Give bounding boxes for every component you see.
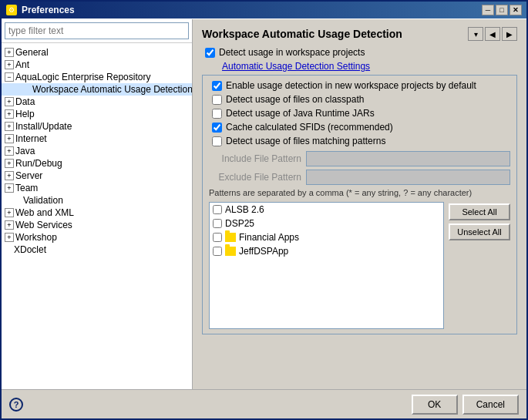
checkbox-enable-new: Enable usage detection in new workspace … — [209, 80, 510, 91]
sidebar-item-web-services[interactable]: + Web Services — [2, 219, 192, 231]
list-area: ALSB 2.6 DSP25 Financial Apps — [209, 202, 510, 329]
sidebar-item-team[interactable]: + Team — [2, 182, 192, 194]
title-bar: ⚙ Preferences ─ □ ✕ — [2, 2, 526, 18]
sidebar-item-help[interactable]: + Help — [2, 108, 192, 120]
checkbox-detect-patterns: Detect usage of files matching patterns — [209, 136, 510, 146]
help-button[interactable]: ? — [9, 398, 23, 412]
detection-settings-box: Enable usage detection in new workspace … — [202, 75, 517, 334]
expand-java[interactable]: + — [5, 146, 14, 156]
sidebar-item-web-xml[interactable]: + Web and XML — [2, 207, 192, 219]
exclude-pattern-input[interactable] — [306, 170, 510, 185]
expand-web-services[interactable]: + — [5, 220, 14, 230]
sidebar-item-aqualogic[interactable]: − AquaLogic Enterprise Repository — [2, 71, 192, 83]
detect-workspace-checkbox[interactable] — [205, 48, 215, 58]
filter-wrap — [2, 19, 192, 43]
include-pattern-row: Include File Pattern — [209, 151, 510, 166]
item-jeff-checkbox[interactable] — [213, 247, 222, 256]
detect-classpath-checkbox[interactable] — [212, 95, 222, 105]
folder-icon — [225, 233, 236, 242]
nav-forward-btn[interactable]: ▶ — [502, 27, 517, 41]
enable-new-checkbox[interactable] — [212, 81, 222, 91]
right-panel: Workspace Automatic Usage Detection ▾ ◀ … — [193, 19, 526, 389]
expand-run-debug[interactable]: + — [5, 159, 14, 168]
preferences-window: ⚙ Preferences ─ □ ✕ + General + — [0, 0, 528, 420]
item-alsb-checkbox[interactable] — [213, 205, 222, 214]
cancel-button[interactable]: Cancel — [462, 395, 519, 415]
detect-workspace-label: Detect usage in workspace projects — [219, 47, 365, 58]
sidebar-item-server[interactable]: + Server — [2, 170, 192, 182]
item-dsp25-label: DSP25 — [225, 218, 254, 229]
item-financial-checkbox[interactable] — [213, 233, 222, 242]
cache-sfids-label: Cache calculated SFIDs (recommended) — [226, 122, 393, 133]
unselect-all-button[interactable]: Unselect All — [449, 223, 510, 240]
main-content: + General + Ant − AquaLogic Enterprise R… — [2, 18, 526, 389]
expand-general[interactable]: + — [5, 48, 14, 57]
auto-detect-link[interactable]: Automatic Usage Detection Settings — [205, 61, 517, 72]
include-pattern-input[interactable] — [306, 151, 510, 166]
sidebar: + General + Ant − AquaLogic Enterprise R… — [2, 19, 193, 389]
checkbox-cache-sfids: Cache calculated SFIDs (recommended) — [209, 122, 510, 133]
item-financial-label: Financial Apps — [239, 232, 299, 243]
nav-back-btn[interactable]: ◀ — [485, 27, 500, 41]
folder-icon — [225, 247, 236, 256]
project-list[interactable]: ALSB 2.6 DSP25 Financial Apps — [209, 202, 444, 329]
select-all-button[interactable]: Select All — [449, 203, 510, 220]
sidebar-item-workshop[interactable]: + Workshop — [2, 231, 192, 244]
expand-aqualogic[interactable]: − — [5, 72, 14, 82]
list-buttons: Select All Unselect All — [449, 202, 510, 329]
window-title: Preferences — [22, 5, 75, 15]
sidebar-item-data[interactable]: + Data — [2, 96, 192, 108]
expand-install[interactable]: + — [5, 122, 14, 131]
expand-help[interactable]: + — [5, 109, 14, 119]
item-jeff-label: JeffDSPApp — [239, 246, 288, 257]
sidebar-item-run-debug[interactable]: + Run/Debug — [2, 157, 192, 170]
list-item[interactable]: Financial Apps — [210, 230, 443, 244]
maximize-button[interactable]: □ — [496, 5, 508, 15]
ok-button[interactable]: OK — [412, 395, 458, 415]
list-item[interactable]: JeffDSPApp — [210, 244, 443, 258]
sidebar-item-general[interactable]: + General — [2, 46, 192, 59]
sidebar-item-ant[interactable]: + Ant — [2, 59, 192, 71]
sidebar-item-internet[interactable]: + Internet — [2, 133, 192, 145]
close-button[interactable]: ✕ — [510, 5, 522, 15]
expand-ant[interactable]: + — [5, 60, 14, 69]
expand-internet[interactable]: + — [5, 134, 14, 143]
detect-java-runtime-checkbox[interactable] — [212, 109, 222, 119]
window-controls: ─ □ ✕ — [482, 5, 522, 15]
panel-title: Workspace Automatic Usage Detection — [202, 28, 402, 40]
sidebar-item-xdoclet[interactable]: XDoclet — [2, 244, 192, 256]
bottom-buttons: OK Cancel — [412, 395, 519, 415]
sidebar-item-workspace-auto[interactable]: Workspace Automatic Usage Detection — [2, 83, 192, 96]
panel-nav: ▾ ◀ ▶ — [468, 27, 517, 41]
detect-patterns-label: Detect usage of files matching patterns — [226, 136, 385, 146]
expand-data[interactable]: + — [5, 97, 14, 106]
expand-server[interactable]: + — [5, 171, 14, 180]
item-dsp25-checkbox[interactable] — [213, 219, 222, 228]
window-icon: ⚙ — [6, 5, 17, 15]
detect-classpath-label: Detect usage of files on classpath — [226, 94, 364, 105]
expand-workshop[interactable]: + — [5, 233, 14, 242]
tree: + General + Ant − AquaLogic Enterprise R… — [2, 43, 192, 389]
expand-web-xml[interactable]: + — [5, 208, 14, 217]
panel-header: Workspace Automatic Usage Detection ▾ ◀ … — [202, 27, 517, 41]
bottom-bar: ? OK Cancel — [2, 389, 526, 418]
list-item[interactable]: DSP25 — [210, 217, 443, 230]
include-pattern-label: Include File Pattern — [209, 153, 301, 164]
sidebar-item-install-update[interactable]: + Install/Update — [2, 120, 192, 133]
cache-sfids-checkbox[interactable] — [212, 123, 222, 133]
exclude-pattern-row: Exclude File Pattern — [209, 170, 510, 185]
search-input[interactable] — [5, 22, 189, 39]
checkbox-detect-java-runtime: Detect usage of Java Runtime JARs — [209, 108, 510, 119]
checkbox-detect-workspace: Detect usage in workspace projects — [202, 47, 517, 58]
sidebar-item-java[interactable]: + Java — [2, 145, 192, 157]
minimize-button[interactable]: ─ — [482, 5, 494, 15]
nav-dropdown-btn[interactable]: ▾ — [468, 27, 483, 41]
item-alsb-label: ALSB 2.6 — [225, 204, 264, 215]
exclude-pattern-label: Exclude File Pattern — [209, 172, 301, 183]
sidebar-item-validation[interactable]: Validation — [2, 194, 192, 207]
list-item[interactable]: ALSB 2.6 — [210, 203, 443, 217]
detect-patterns-checkbox[interactable] — [212, 136, 222, 146]
expand-team[interactable]: + — [5, 183, 14, 193]
enable-new-label: Enable usage detection in new workspace … — [226, 80, 476, 91]
checkbox-detect-classpath: Detect usage of files on classpath — [209, 94, 510, 105]
